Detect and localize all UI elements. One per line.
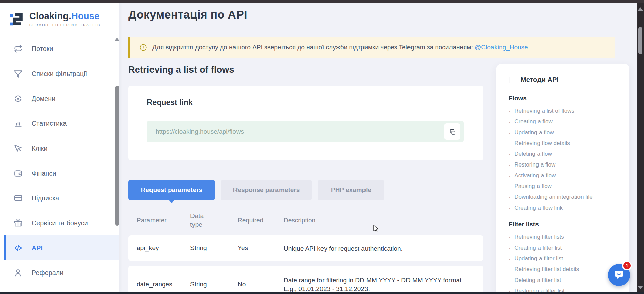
chat-bubble-icon bbox=[613, 269, 625, 281]
sidebar-item-clicks[interactable]: Кліки bbox=[4, 136, 119, 161]
bullet: · bbox=[509, 183, 511, 190]
referrals-icon bbox=[13, 268, 23, 277]
method-link[interactable]: ·Creating a flow link bbox=[509, 203, 620, 213]
column-header-data-type: Data type bbox=[190, 212, 210, 229]
method-link[interactable]: ·Retrieving filter list details bbox=[509, 264, 620, 275]
sidebar-scroll-up-arrow[interactable] bbox=[115, 38, 119, 41]
sidebar-item-label: Підписка bbox=[32, 194, 59, 202]
tab-response-parameters[interactable]: Response parameters bbox=[221, 180, 312, 200]
scroll-up-arrow[interactable] bbox=[638, 7, 643, 11]
scroll-down-arrow[interactable] bbox=[638, 286, 643, 289]
bullet: · bbox=[509, 173, 511, 179]
bullet: · bbox=[509, 205, 511, 211]
api-methods-title: Методи API bbox=[521, 76, 559, 84]
methods-section-flows: Flows bbox=[509, 95, 620, 102]
method-link[interactable]: ·Restoring a filter list bbox=[509, 286, 620, 292]
sidebar-item-label: Реферали bbox=[32, 269, 63, 277]
method-link[interactable]: ·Updating a filter list bbox=[509, 253, 620, 264]
sidebar-item-label: Домени bbox=[32, 95, 55, 103]
cell-required: Yes bbox=[238, 244, 248, 252]
request-link-card: Request link https://cloaking.house/api/… bbox=[128, 86, 483, 160]
sidebar-item-referrals[interactable]: Реферали bbox=[4, 260, 119, 285]
api-icon bbox=[13, 244, 23, 252]
subscription-icon bbox=[13, 194, 23, 203]
sidebar-item-label: Списки фільтрації bbox=[32, 70, 87, 78]
method-link[interactable]: ·Retrieving a list of flows bbox=[509, 106, 620, 116]
bullet: · bbox=[509, 277, 511, 284]
bullet: · bbox=[509, 130, 511, 136]
method-link[interactable]: ·Retrieving filter lists bbox=[509, 232, 620, 243]
tab-php-example[interactable]: PHP example bbox=[318, 180, 384, 200]
request-url-field[interactable]: https://cloaking.house/api/flows bbox=[147, 121, 464, 142]
sidebar-item-label: API bbox=[32, 244, 43, 252]
sidebar-item-api[interactable]: API bbox=[4, 235, 119, 260]
sidebar-item-flows[interactable]: Потоки bbox=[4, 36, 119, 61]
bullet: · bbox=[509, 256, 511, 262]
sidebar-item-services-bonuses[interactable]: Сервіси та бонуси bbox=[4, 211, 119, 235]
method-link[interactable]: ·Creating a flow bbox=[509, 116, 620, 127]
method-link[interactable]: ·Deleting a filter list bbox=[509, 275, 620, 286]
method-link[interactable]: ·Downloading an integration file bbox=[509, 192, 620, 203]
copy-url-button[interactable] bbox=[444, 123, 460, 140]
warning-icon bbox=[139, 44, 147, 51]
cloaking-house-logo-icon bbox=[10, 11, 25, 30]
sidebar-item-statistics[interactable]: Статистика bbox=[4, 111, 119, 136]
table-header-row: Parameter Data type Required Description bbox=[128, 209, 483, 232]
mouse-cursor bbox=[373, 225, 380, 235]
bullet: · bbox=[509, 162, 511, 168]
logo-text: Cloaking.House SERVICE FILTERING TRAFFIC bbox=[29, 11, 101, 27]
sidebar-item-filter-lists[interactable]: Списки фільтрації bbox=[4, 61, 119, 86]
logo-name: Cloaking.House bbox=[29, 11, 101, 22]
column-header-description: Description bbox=[284, 216, 315, 225]
section-title: Retrieving a list of flows bbox=[128, 65, 234, 75]
table-row: date_ranges String No Date range for fil… bbox=[128, 266, 483, 292]
sidebar-item-domains[interactable]: Домени bbox=[4, 86, 119, 111]
cell-data-type: String bbox=[190, 281, 207, 288]
sidebar: Cloaking.House SERVICE FILTERING TRAFFIC… bbox=[0, 3, 119, 292]
sidebar-scrollbar-thumb[interactable] bbox=[115, 86, 119, 226]
chat-widget-button[interactable]: 1 bbox=[608, 264, 630, 286]
sidebar-item-partial[interactable] bbox=[4, 285, 119, 292]
sidebar-item-finances[interactable]: Фінанси bbox=[4, 161, 119, 186]
cell-data-type: String bbox=[190, 244, 207, 252]
sidebar-item-label: Кліки bbox=[32, 145, 48, 152]
bullet: · bbox=[509, 234, 511, 241]
cell-required: No bbox=[238, 281, 246, 288]
cell-description: Unique API key for request authenticatio… bbox=[284, 244, 463, 253]
logo[interactable]: Cloaking.House SERVICE FILTERING TRAFFIC bbox=[10, 11, 101, 30]
bullet: · bbox=[509, 108, 511, 114]
parameter-tabs: Request parameters Response parameters P… bbox=[128, 180, 384, 200]
domains-icon bbox=[13, 94, 23, 103]
filter-lists-icon bbox=[13, 69, 23, 78]
tab-request-parameters[interactable]: Request parameters bbox=[128, 180, 215, 200]
method-link[interactable]: ·Creating a filter list bbox=[509, 243, 620, 253]
method-link[interactable]: ·Updating a flow bbox=[509, 127, 620, 138]
sidebar-item-label: Фінанси bbox=[32, 170, 56, 177]
table-row: api_key String Yes Unique API key for re… bbox=[128, 235, 483, 261]
column-header-parameter: Parameter bbox=[137, 216, 167, 225]
banner-text: Для відкриття доступу до нашого API звер… bbox=[152, 44, 528, 51]
method-link[interactable]: ·Deleting a flow bbox=[509, 149, 620, 159]
window-scrollbar-thumb[interactable] bbox=[638, 27, 642, 54]
window-top-edge bbox=[0, 0, 644, 3]
sidebar-item-subscription[interactable]: Підписка bbox=[4, 186, 119, 211]
statistics-icon bbox=[13, 119, 23, 128]
sidebar-item-label: Сервіси та бонуси bbox=[32, 219, 88, 227]
method-link[interactable]: ·Activating a flow bbox=[509, 170, 620, 181]
request-link-title: Request link bbox=[147, 98, 193, 107]
main-content: Документація по API Для відкриття доступ… bbox=[119, 3, 637, 292]
methods-section-filter-lists: Filter lists bbox=[509, 221, 620, 228]
api-methods-panel: Методи API Flows ·Retrieving a list of f… bbox=[496, 64, 629, 292]
request-url-value: https://cloaking.house/api/flows bbox=[156, 128, 244, 135]
cell-parameter: date_ranges bbox=[137, 281, 172, 288]
method-link[interactable]: ·Retrieving flow details bbox=[509, 138, 620, 149]
bullet: · bbox=[509, 119, 511, 125]
bullet: · bbox=[509, 140, 511, 147]
bullet: · bbox=[509, 288, 511, 292]
method-link[interactable]: ·Pausing a flow bbox=[509, 181, 620, 192]
telegram-link[interactable]: @Cloaking_House bbox=[475, 44, 528, 51]
bullet: · bbox=[509, 266, 511, 273]
method-link[interactable]: ·Restoring a flow bbox=[509, 159, 620, 170]
bullet: · bbox=[509, 245, 511, 251]
window-scrollbar bbox=[637, 3, 644, 292]
